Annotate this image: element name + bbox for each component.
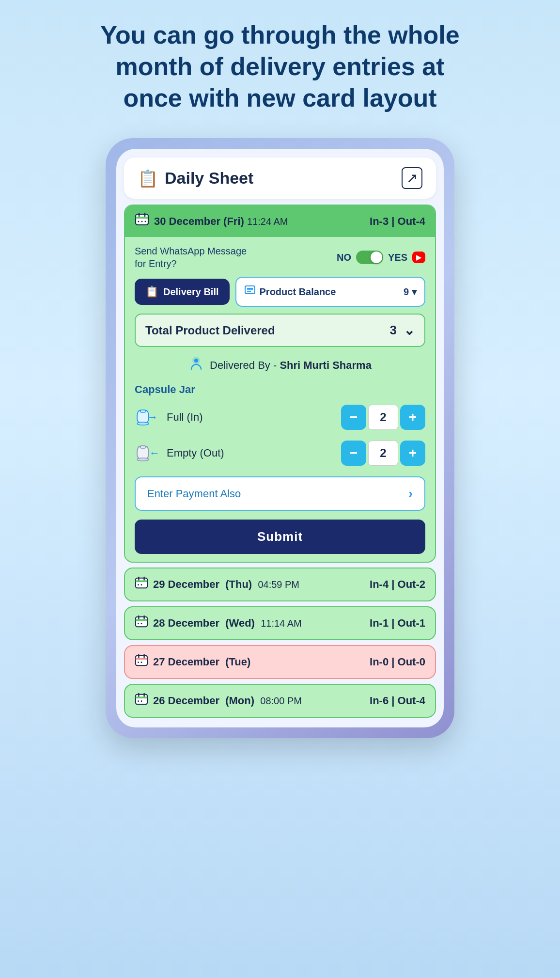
pb-right: 9 ▾ bbox=[404, 286, 417, 298]
full-in-plus-button[interactable]: + bbox=[400, 405, 425, 430]
empty-out-minus-button[interactable]: − bbox=[341, 441, 366, 466]
app-title: Daily Sheet bbox=[165, 169, 253, 188]
full-in-value: 2 bbox=[368, 405, 398, 430]
submit-button[interactable]: Submit bbox=[135, 520, 425, 554]
full-in-stepper[interactable]: − 2 + bbox=[341, 405, 425, 430]
past-entry-left-dec27: 27 December (Tue) bbox=[135, 654, 250, 670]
entry-card-dec29[interactable]: 29 December (Thu) 04:59 PM In-4 | Out-2 bbox=[124, 568, 436, 601]
calendar-icon-dec29 bbox=[135, 576, 148, 593]
product-balance-label: Product Balance bbox=[260, 286, 336, 298]
calendar-icon-dec27 bbox=[135, 654, 148, 670]
entry-card-dec30: 30 December (Fri) 11:24 AM In-3 | Out-4 … bbox=[124, 205, 436, 563]
whatsapp-row: Send WhatsApp Messagefor Entry? NO YES ▶ bbox=[135, 245, 425, 270]
entry-card-dec28[interactable]: 28 December (Wed) 11:14 AM In-1 | Out-1 bbox=[124, 606, 436, 640]
youtube-icon[interactable]: ▶ bbox=[412, 252, 425, 263]
full-in-label: Full (In) bbox=[167, 411, 203, 424]
full-in-left: → Full (In) bbox=[135, 408, 203, 426]
svg-rect-1 bbox=[136, 217, 148, 219]
entry-inout-dec30: In-3 | Out-4 bbox=[370, 215, 425, 228]
empty-out-value: 2 bbox=[368, 441, 398, 466]
total-right: 3 ⌄ bbox=[390, 322, 415, 338]
svg-point-17 bbox=[137, 458, 149, 461]
headline-line3: once with new card layout bbox=[123, 84, 436, 112]
toggle-knob bbox=[371, 252, 382, 263]
empty-out-row: ← Empty (Out) − 2 + bbox=[135, 439, 425, 468]
past-entry-inout-dec28: In-1 | Out-1 bbox=[370, 617, 425, 630]
whatsapp-label: Send WhatsApp Messagefor Entry? bbox=[135, 245, 247, 270]
whatsapp-right: NO YES ▶ bbox=[337, 251, 425, 264]
svg-rect-32 bbox=[136, 658, 147, 660]
entry-card-dec27[interactable]: 27 December (Tue) In-0 | Out-0 bbox=[124, 645, 436, 679]
svg-point-5 bbox=[141, 221, 143, 222]
svg-point-23 bbox=[138, 584, 139, 585]
balance-icon bbox=[244, 284, 256, 299]
yes-label: YES bbox=[388, 252, 407, 263]
svg-rect-26 bbox=[136, 619, 147, 621]
calendar-icon bbox=[135, 212, 149, 230]
svg-rect-19 bbox=[136, 578, 147, 588]
svg-rect-18 bbox=[140, 446, 145, 448]
calendar-icon-dec26 bbox=[135, 693, 148, 709]
past-entry-inout-dec29: In-4 | Out-2 bbox=[370, 578, 425, 591]
content-area: 30 December (Fri) 11:24 AM In-3 | Out-4 … bbox=[116, 203, 444, 727]
svg-point-41 bbox=[138, 700, 139, 702]
full-in-minus-button[interactable]: − bbox=[341, 405, 366, 430]
document-icon: 📋 bbox=[138, 169, 158, 188]
full-in-row: → Full (In) − 2 + bbox=[135, 403, 425, 432]
delivery-person-icon bbox=[188, 356, 204, 375]
total-delivered-row[interactable]: Total Product Delivered 3 ⌄ bbox=[135, 314, 425, 347]
svg-rect-25 bbox=[136, 617, 147, 627]
svg-point-29 bbox=[138, 623, 139, 624]
past-entry-inout-dec27: In-0 | Out-0 bbox=[370, 656, 425, 668]
product-name-label: Capsule Jar bbox=[135, 383, 425, 396]
product-balance-button[interactable]: Product Balance 9 ▾ bbox=[235, 277, 425, 307]
svg-point-4 bbox=[138, 221, 140, 222]
jar-full-icon: → bbox=[135, 408, 151, 426]
entry-body-dec30: Send WhatsApp Messagefor Entry? NO YES ▶ bbox=[125, 237, 435, 562]
share-icon[interactable]: ↗ bbox=[402, 167, 422, 189]
svg-point-6 bbox=[145, 221, 146, 222]
action-row: 📋 Delivery Bill bbox=[135, 277, 425, 307]
headline-line1: You can go through the whole bbox=[100, 21, 459, 49]
delivery-bill-button[interactable]: 📋 Delivery Bill bbox=[135, 279, 230, 305]
pb-left: Product Balance bbox=[244, 284, 336, 299]
whatsapp-toggle[interactable] bbox=[356, 251, 383, 264]
delivered-by-row: Delivered By - Shri Murti Sharma bbox=[135, 354, 425, 377]
past-entry-inout-dec26: In-6 | Out-4 bbox=[370, 694, 425, 707]
svg-rect-20 bbox=[136, 580, 147, 582]
empty-out-label: Empty (Out) bbox=[167, 447, 224, 459]
enter-payment-label: Enter Payment Also bbox=[147, 488, 241, 500]
phone-frame: 📋 Daily Sheet ↗ bbox=[106, 138, 454, 738]
svg-point-30 bbox=[141, 623, 142, 624]
empty-out-plus-button[interactable]: + bbox=[400, 441, 425, 466]
total-chevron-icon: ⌄ bbox=[404, 322, 415, 338]
enter-payment-button[interactable]: Enter Payment Also › bbox=[135, 476, 425, 511]
headline-line2: month of delivery entries at bbox=[115, 52, 444, 80]
app-header: 📋 Daily Sheet ↗ bbox=[124, 158, 436, 199]
svg-rect-38 bbox=[136, 696, 147, 698]
header-left: 📋 Daily Sheet bbox=[138, 169, 253, 188]
total-delivered-label: Total Product Delivered bbox=[145, 324, 275, 337]
svg-point-35 bbox=[138, 662, 139, 663]
chevron-down-icon: ▾ bbox=[412, 286, 417, 298]
calendar-icon-dec28 bbox=[135, 615, 148, 631]
empty-out-stepper[interactable]: − 2 + bbox=[341, 441, 425, 466]
entry-header-dec30: 30 December (Fri) 11:24 AM In-3 | Out-4 bbox=[125, 205, 435, 237]
past-entry-left-dec26: 26 December (Mon) 08:00 PM bbox=[135, 693, 302, 709]
headline: You can go through the whole month of de… bbox=[71, 19, 488, 114]
svg-rect-31 bbox=[136, 656, 147, 666]
svg-point-12 bbox=[194, 359, 198, 363]
svg-point-24 bbox=[141, 584, 142, 585]
total-count: 3 bbox=[390, 323, 397, 338]
svg-point-42 bbox=[141, 700, 142, 702]
delivered-by-text: Delivered By - Shri Murti Sharma bbox=[210, 359, 372, 372]
entry-card-dec26[interactable]: 26 December (Mon) 08:00 PM In-6 | Out-4 bbox=[124, 684, 436, 718]
entry-date-text: 30 December (Fri) 11:24 AM bbox=[154, 215, 288, 228]
svg-rect-0 bbox=[136, 214, 148, 225]
payment-arrow-icon: › bbox=[408, 486, 413, 501]
svg-point-36 bbox=[141, 662, 142, 663]
past-entry-left-dec28: 28 December (Wed) 11:14 AM bbox=[135, 615, 302, 631]
past-entry-left-dec29: 29 December (Thu) 04:59 PM bbox=[135, 576, 299, 593]
product-balance-count: 9 bbox=[404, 286, 409, 298]
entry-date-left: 30 December (Fri) 11:24 AM bbox=[135, 212, 288, 230]
